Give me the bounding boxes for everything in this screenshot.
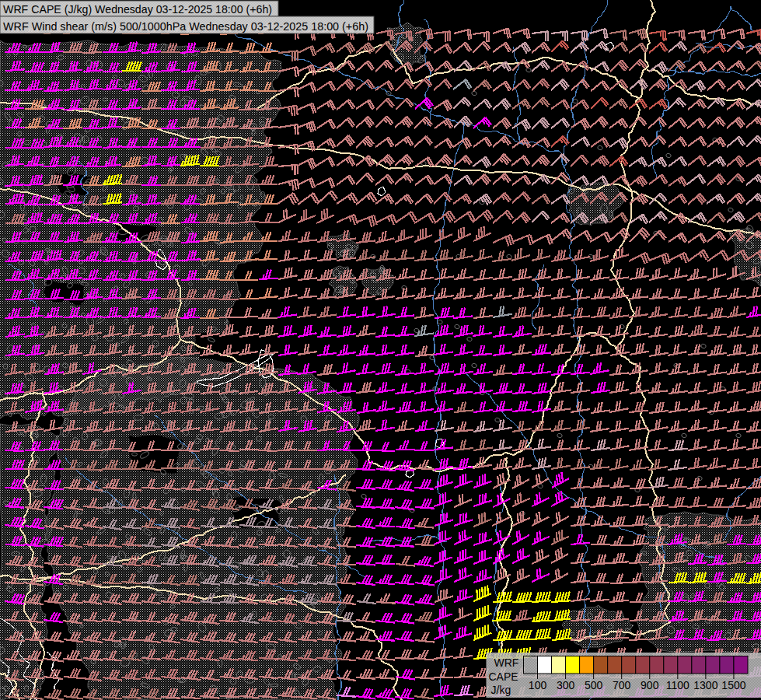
legend-cell <box>608 656 622 674</box>
legend-tick-label: 500 <box>585 679 603 691</box>
legend-tick-label: 1500 <box>721 679 745 691</box>
legend-cell <box>664 656 678 674</box>
legend-cell <box>706 656 720 674</box>
legend-cell <box>636 656 650 674</box>
legend-cell <box>692 656 706 674</box>
legend-cell <box>594 656 608 674</box>
legend-title-units: J/kg <box>491 684 511 696</box>
legend-title-cape: CAPE <box>489 670 518 683</box>
legend-cell <box>678 656 692 674</box>
legend-title-wrf: WRF <box>494 656 519 669</box>
legend-cell <box>734 656 748 674</box>
legend-cell <box>566 656 580 674</box>
legend-cell <box>650 656 664 674</box>
legend-tick-label: 1100 <box>666 679 689 691</box>
cape-legend: 100300500700900110013001500 WRF CAPE J/k… <box>487 653 761 698</box>
legend-tick-label: 300 <box>557 679 575 691</box>
legend-cell <box>622 656 636 674</box>
wrf-weather-map: WRF CAPE (J/kg) Wednesday 03-12-2025 18:… <box>0 0 761 700</box>
legend-tick-label: 700 <box>613 679 631 691</box>
map-title-cape: WRF CAPE (J/kg) Wednesday 03-12-2025 18:… <box>3 2 272 16</box>
legend-tick-label: 1300 <box>693 679 717 691</box>
legend-cell <box>538 656 552 674</box>
legend-cell <box>580 656 594 674</box>
legend-cell <box>524 656 538 674</box>
legend-colorbar <box>524 656 748 674</box>
map-title-windshear: WRF Wind shear (m/s) 500/1000hPa Wednesd… <box>3 19 368 33</box>
map-canvas: WRF CAPE (J/kg) Wednesday 03-12-2025 18:… <box>0 0 761 700</box>
legend-tick-label: 900 <box>641 679 659 691</box>
legend-tick-label: 100 <box>529 679 547 691</box>
legend-cell <box>720 656 734 674</box>
legend-cell <box>552 656 566 674</box>
